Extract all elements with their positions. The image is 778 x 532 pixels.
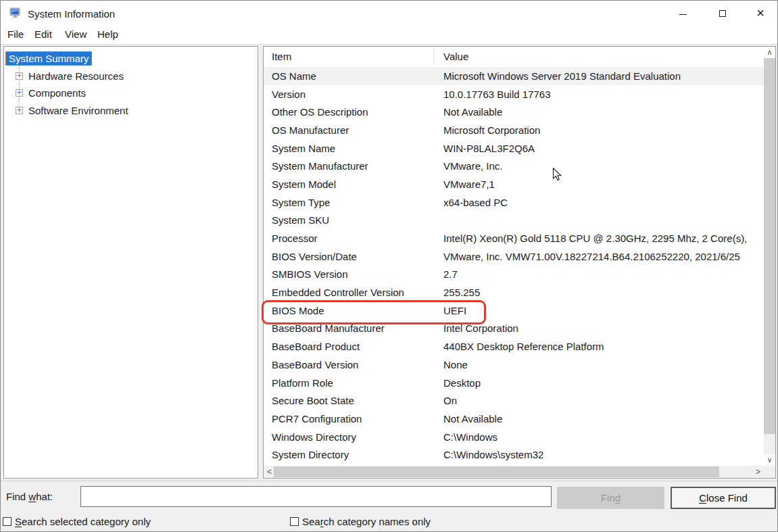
scroll-down-icon[interactable]: ∨ bbox=[764, 454, 775, 466]
table-row[interactable]: BIOS Mode UEFI bbox=[264, 301, 764, 320]
item-cell: OS Manufacturer bbox=[264, 124, 443, 136]
item-cell: SMBIOS Version bbox=[264, 268, 443, 280]
find-bar: Find what: Find Close Find Search select… bbox=[1, 481, 777, 531]
table-row[interactable]: System SKU bbox=[264, 212, 764, 230]
value-cell: C:\Windows bbox=[443, 431, 764, 443]
expand-plus-icon[interactable]: + bbox=[16, 107, 23, 114]
item-cell: System Directory bbox=[264, 449, 443, 460]
find-button[interactable]: Find bbox=[557, 487, 664, 509]
search-category-names-checkbox[interactable] bbox=[290, 517, 299, 526]
tree-item-software-environment[interactable]: + Software Environment bbox=[4, 102, 258, 120]
value-cell: 2.7 bbox=[443, 268, 764, 280]
scroll-right-icon[interactable]: > bbox=[752, 466, 764, 478]
menu-view[interactable]: View bbox=[65, 28, 87, 40]
scroll-up-icon[interactable]: ∧ bbox=[764, 47, 775, 58]
table-row[interactable]: OS Manufacturer Microsoft Corporation bbox=[264, 121, 764, 139]
item-cell: Processor bbox=[264, 233, 443, 244]
value-cell: Not Available bbox=[443, 413, 764, 425]
table-row[interactable]: PCR7 Configuration Not Available bbox=[264, 410, 764, 428]
menu-bar: File Edit View Help bbox=[1, 26, 777, 44]
menu-file[interactable]: File bbox=[7, 28, 24, 40]
close-button[interactable]: × bbox=[745, 1, 776, 26]
minimize-button[interactable] bbox=[667, 1, 698, 26]
maximize-button[interactable] bbox=[707, 1, 738, 26]
table-row[interactable]: System Model VMware7,1 bbox=[264, 175, 764, 193]
value-cell: None bbox=[443, 359, 764, 370]
table-row[interactable]: System Type x64-based PC bbox=[264, 193, 764, 212]
scrollbar-corner bbox=[764, 466, 775, 478]
search-selected-category-label[interactable]: Search selected category only bbox=[15, 516, 151, 527]
horizontal-scrollbar[interactable]: < > bbox=[264, 466, 764, 478]
table-row[interactable]: BaseBoard Product 440BX Desktop Referenc… bbox=[264, 337, 764, 356]
tree-item-components[interactable]: + Components bbox=[4, 84, 258, 102]
column-divider[interactable] bbox=[433, 48, 434, 66]
table-row[interactable]: BIOS Version/Date VMware, Inc. VMW71.00V… bbox=[264, 247, 764, 266]
tree-item-label: Software Environment bbox=[28, 105, 128, 116]
table-row[interactable]: Windows Directory C:\Windows bbox=[264, 428, 764, 446]
menu-edit[interactable]: Edit bbox=[34, 28, 52, 40]
search-category-names-label[interactable]: Search category names only bbox=[302, 516, 431, 527]
table-body: OS Name Microsoft Windows Server 2019 St… bbox=[264, 67, 764, 465]
table-row[interactable]: BaseBoard Version None bbox=[264, 356, 764, 374]
value-cell: Microsoft Windows Server 2019 Standard E… bbox=[443, 70, 764, 82]
table-row[interactable]: Processor Intel(R) Xeon(R) Gold 5118 CPU… bbox=[264, 229, 764, 247]
table-row[interactable]: Embedded Controller Version 255.255 bbox=[264, 283, 764, 301]
table-row[interactable]: Version 10.0.17763 Build 17763 bbox=[264, 85, 764, 103]
value-cell: Intel(R) Xeon(R) Gold 5118 CPU @ 2.30GHz… bbox=[443, 233, 764, 244]
item-cell: BaseBoard Product bbox=[264, 341, 443, 352]
table-row[interactable]: SMBIOS Version 2.7 bbox=[264, 266, 764, 284]
item-cell: System SKU bbox=[264, 214, 443, 226]
value-cell: VMware7,1 bbox=[443, 178, 764, 190]
vertical-scrollbar-thumb[interactable] bbox=[764, 58, 775, 434]
close-find-button[interactable]: Close Find bbox=[671, 487, 776, 509]
table-row[interactable]: OS Name Microsoft Windows Server 2019 St… bbox=[264, 67, 764, 85]
value-cell: On bbox=[443, 395, 764, 406]
vertical-scrollbar[interactable]: ∧ ∨ bbox=[764, 47, 775, 466]
value-cell: Desktop bbox=[443, 377, 764, 389]
expand-plus-icon[interactable]: + bbox=[16, 89, 23, 97]
value-cell: UEFI bbox=[443, 305, 764, 316]
tree-item-hardware-resources[interactable]: + Hardware Resources bbox=[4, 68, 258, 85]
item-cell: Windows Directory bbox=[264, 431, 443, 443]
value-cell: x64-based PC bbox=[443, 197, 764, 208]
horizontal-scrollbar-thumb[interactable] bbox=[274, 466, 719, 477]
tree-item-label: Components bbox=[28, 87, 86, 99]
item-cell: Other OS Description bbox=[264, 106, 443, 118]
category-tree: System Summary + Hardware Resources + Co… bbox=[3, 46, 258, 479]
item-cell: System Type bbox=[264, 197, 443, 208]
table-row[interactable]: BaseBoard Manufacturer Intel Corporation bbox=[264, 320, 764, 338]
menu-help[interactable]: Help bbox=[97, 28, 118, 40]
table-row[interactable]: System Manufacturer VMware, Inc. bbox=[264, 157, 764, 175]
tree-item-label: Hardware Resources bbox=[28, 70, 124, 82]
column-header-value[interactable]: Value bbox=[443, 51, 468, 62]
table-row[interactable]: System Name WIN-P8LAL3F2Q6A bbox=[264, 139, 764, 158]
search-selected-category-checkbox[interactable] bbox=[3, 517, 11, 526]
value-cell: 255.255 bbox=[443, 287, 764, 298]
table-row[interactable]: System Directory C:\Windows\system32 bbox=[264, 445, 764, 464]
maximize-icon bbox=[719, 10, 726, 17]
window-title: System Information bbox=[28, 8, 115, 20]
item-cell: Secure Boot State bbox=[264, 395, 443, 406]
find-input[interactable] bbox=[80, 486, 552, 507]
table-row[interactable]: Platform Role Desktop bbox=[264, 374, 764, 392]
value-cell: Microsoft Corporation bbox=[443, 124, 764, 136]
tree-item-system-summary[interactable]: System Summary bbox=[4, 50, 258, 68]
table-row[interactable]: Other OS Description Not Available bbox=[264, 103, 764, 121]
item-cell: BaseBoard Manufacturer bbox=[264, 322, 443, 334]
item-cell: System Manufacturer bbox=[264, 160, 443, 172]
item-cell: BIOS Mode bbox=[264, 305, 443, 316]
title-bar: System Information × bbox=[1, 1, 777, 26]
item-cell: BaseBoard Version bbox=[264, 359, 443, 370]
expand-plus-icon[interactable]: + bbox=[16, 72, 23, 80]
value-cell: Intel Corporation bbox=[443, 322, 764, 334]
tree-item-label: System Summary bbox=[5, 51, 92, 66]
value-cell: WIN-P8LAL3F2Q6A bbox=[443, 143, 764, 154]
value-cell: 440BX Desktop Reference Platform bbox=[443, 341, 764, 352]
column-header-item[interactable]: Item bbox=[272, 51, 291, 62]
table-row[interactable]: Secure Boot State On bbox=[264, 391, 764, 410]
value-cell: VMware, Inc. VMW71.00V.18227214.B64.2106… bbox=[443, 251, 764, 262]
find-what-label: Find what: bbox=[6, 491, 53, 502]
value-cell: 10.0.17763 Build 17763 bbox=[443, 89, 764, 100]
system-information-app-icon bbox=[9, 7, 21, 18]
item-cell: PCR7 Configuration bbox=[264, 413, 443, 425]
